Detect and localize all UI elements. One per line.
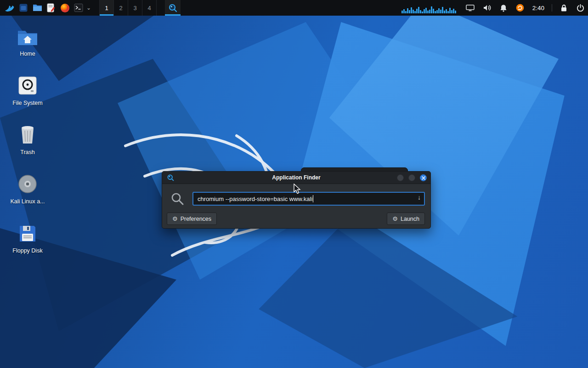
button-row: ⚙ Preferences ⚙ Launch xyxy=(167,213,425,225)
trash-icon xyxy=(19,121,36,144)
terminal-icon[interactable] xyxy=(72,0,85,16)
desktop-icon-label: Trash xyxy=(20,149,35,155)
desktop-icon-label: File System xyxy=(12,100,42,106)
launch-icon: ⚙ xyxy=(392,215,398,222)
top-panel: ⌄ 1 2 3 4 2:4 xyxy=(0,0,588,16)
preferences-button[interactable]: ⚙ Preferences xyxy=(167,213,217,225)
desktop-icon-trash[interactable]: Trash xyxy=(4,121,51,170)
text-caret xyxy=(313,195,313,202)
window-controls xyxy=(397,174,427,181)
window-title: Application Finder xyxy=(162,174,430,181)
desktop: ⌄ 1 2 3 4 2:4 xyxy=(0,0,588,368)
taskbar-application-finder[interactable] xyxy=(165,0,181,16)
file-manager-icon[interactable] xyxy=(30,0,44,16)
titlebar[interactable]: Application Finder xyxy=(162,172,430,184)
display-icon[interactable] xyxy=(465,0,475,16)
panel-right: 2:40 xyxy=(401,0,585,16)
desktop-icon-home[interactable]: Home xyxy=(4,22,51,71)
command-text: chromium --password-store=basic www.kali xyxy=(198,196,312,202)
firefox-icon[interactable] xyxy=(58,0,72,16)
panel-left: ⌄ 1 2 3 4 xyxy=(3,0,181,16)
text-editor-icon[interactable] xyxy=(44,0,58,16)
workspace-3[interactable]: 3 xyxy=(128,0,142,16)
application-finder-icon xyxy=(168,3,177,12)
desktop-icons: Home File System Trash Kali Linux a... F… xyxy=(4,22,51,268)
launch-button[interactable]: ⚙ Launch xyxy=(387,213,425,225)
desktop-icon-file-system[interactable]: File System xyxy=(4,71,51,121)
launch-label: Launch xyxy=(401,216,419,222)
chevron-down-icon[interactable]: ⌄ xyxy=(85,0,92,16)
workspace-2[interactable]: 2 xyxy=(114,0,128,16)
kali-menu-icon[interactable] xyxy=(3,0,17,16)
preferences-label: Preferences xyxy=(181,216,211,222)
close-button[interactable] xyxy=(420,174,427,181)
workspace-label: 4 xyxy=(147,5,151,12)
desktop-icon-label: Home xyxy=(20,51,35,57)
updates-icon[interactable] xyxy=(515,0,525,16)
workspace-4[interactable]: 4 xyxy=(142,0,157,16)
close-icon xyxy=(422,176,425,180)
combo-arrow-icon[interactable]: ↓ xyxy=(418,194,421,201)
workspace-label: 1 xyxy=(105,5,108,12)
optical-disc-icon xyxy=(18,170,37,194)
home-folder-icon xyxy=(17,22,38,46)
desktop-icon-label: Kali Linux a... xyxy=(10,198,45,205)
drive-icon xyxy=(18,71,37,95)
workspace-label: 3 xyxy=(133,5,136,12)
workspace-label: 2 xyxy=(119,5,122,12)
application-finder-window: Application Finder chromium --password-s… xyxy=(162,171,431,229)
floppy-disk-icon xyxy=(18,219,37,243)
application-finder-icon xyxy=(167,174,174,183)
search-icon xyxy=(170,192,184,207)
notifications-bell-icon[interactable] xyxy=(498,0,509,16)
clock[interactable]: 2:40 xyxy=(531,5,545,12)
gear-icon: ⚙ xyxy=(172,215,178,222)
logout-power-icon[interactable] xyxy=(575,0,585,16)
window-app-icon[interactable] xyxy=(17,0,30,16)
desktop-icon-floppy[interactable]: Floppy Disk xyxy=(4,219,51,268)
workspace-switcher: 1 2 3 4 xyxy=(99,0,157,16)
workspace-1[interactable]: 1 xyxy=(100,0,114,16)
maximize-button[interactable] xyxy=(408,174,415,181)
lock-icon[interactable] xyxy=(559,0,569,16)
minimize-button[interactable] xyxy=(397,174,404,181)
panel-separator xyxy=(552,4,552,12)
desktop-icon-label: Floppy Disk xyxy=(12,247,42,254)
cpu-graph[interactable] xyxy=(401,2,456,13)
volume-icon[interactable] xyxy=(482,0,492,16)
desktop-icon-kali-cd[interactable]: Kali Linux a... xyxy=(4,170,51,219)
command-input[interactable]: chromium --password-store=basic www.kali… xyxy=(192,192,425,206)
